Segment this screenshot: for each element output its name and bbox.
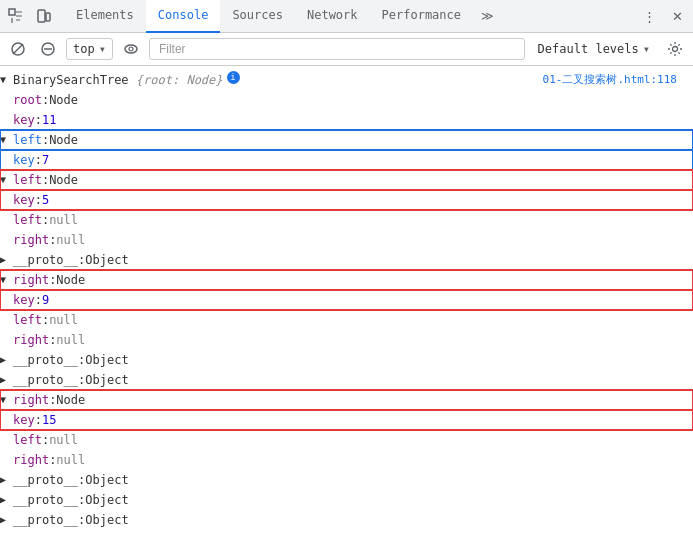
tab-end-icons: ⋮ ✕ <box>637 4 689 28</box>
prop-right-null-2[interactable]: right: null <box>0 330 693 350</box>
right-15-toggle[interactable] <box>0 391 12 409</box>
proto-toggle[interactable] <box>0 371 12 389</box>
proto-toggle[interactable] <box>0 511 12 529</box>
prop-left-null-3[interactable]: left: null <box>0 430 693 450</box>
tab-console[interactable]: Console <box>146 0 221 33</box>
svg-rect-1 <box>38 10 45 22</box>
proto-6[interactable]: __proto__: Object <box>0 510 693 530</box>
left-toggle[interactable] <box>0 131 12 149</box>
eye-button[interactable] <box>119 37 143 61</box>
context-selector[interactable]: top ▾ <box>66 38 113 60</box>
devtools-menu-button[interactable]: ⋮ <box>637 4 661 28</box>
svg-point-7 <box>125 45 137 53</box>
tab-performance[interactable]: Performance <box>370 0 473 33</box>
svg-rect-0 <box>9 9 15 15</box>
console-toolbar: top ▾ Default levels ▾ <box>0 33 693 66</box>
settings-button[interactable] <box>663 37 687 61</box>
prop-left-node-l7[interactable]: left: Node <box>0 130 693 150</box>
default-levels-chevron: ▾ <box>643 42 650 56</box>
svg-point-8 <box>129 47 133 51</box>
right-9-toggle[interactable] <box>0 271 12 289</box>
prop-key-5[interactable]: key: 5 <box>0 190 693 210</box>
devtools-tabs: Elements Console Sources Network Perform… <box>0 0 693 33</box>
filter-input[interactable] <box>154 38 520 60</box>
proto-toggle[interactable] <box>0 251 12 269</box>
file-link[interactable]: 01-二叉搜索树.html:118 <box>543 71 685 89</box>
svg-line-4 <box>13 44 23 54</box>
svg-rect-2 <box>46 13 50 21</box>
prop-left-node-l5[interactable]: left: Node <box>0 170 693 190</box>
ban-button[interactable] <box>36 37 60 61</box>
root-meta: {root: Node} <box>136 71 223 89</box>
root-toggle[interactable] <box>0 71 12 89</box>
proto-2[interactable]: __proto__: Object <box>0 350 693 370</box>
prop-right-null-3[interactable]: right: null <box>0 450 693 470</box>
clear-console-button[interactable] <box>6 37 30 61</box>
prop-key-11[interactable]: key: 11 <box>0 110 693 130</box>
proto-1[interactable]: __proto__: Object <box>0 250 693 270</box>
root-class-label: BinarySearchTree <box>13 71 136 89</box>
proto-toggle[interactable] <box>0 351 12 369</box>
tab-icons <box>4 4 56 28</box>
prop-left-null-2[interactable]: left: null <box>0 310 693 330</box>
proto-4[interactable]: __proto__: Object <box>0 470 693 490</box>
more-tabs-button[interactable]: ≫ <box>473 0 502 33</box>
context-value: top <box>73 42 95 56</box>
prop-key-9[interactable]: key: 9 <box>0 290 693 310</box>
prop-key-15[interactable]: key: 15 <box>0 410 693 430</box>
inspect-icon[interactable] <box>4 4 28 28</box>
proto-3[interactable]: __proto__: Object <box>0 370 693 390</box>
proto-5[interactable]: __proto__: Object <box>0 490 693 510</box>
info-icon[interactable]: i <box>227 71 240 84</box>
prop-right-node-l9[interactable]: right: Node <box>0 270 693 290</box>
prop-key-7[interactable]: key: 7 <box>0 150 693 170</box>
device-icon[interactable] <box>32 4 56 28</box>
proto-toggle[interactable] <box>0 491 12 509</box>
context-dropdown-icon: ▾ <box>99 42 106 56</box>
close-devtools-button[interactable]: ✕ <box>665 4 689 28</box>
left-5-toggle[interactable] <box>0 171 12 189</box>
prop-right-null-1[interactable]: right: null <box>0 230 693 250</box>
tab-sources[interactable]: Sources <box>220 0 295 33</box>
tab-elements[interactable]: Elements <box>64 0 146 33</box>
prop-root[interactable]: root: Node <box>0 90 693 110</box>
prop-left-null-1[interactable]: left: null <box>0 210 693 230</box>
proto-toggle[interactable] <box>0 471 12 489</box>
prop-right-node-l15[interactable]: right: Node <box>0 390 693 410</box>
filter-area <box>149 38 525 60</box>
tab-network[interactable]: Network <box>295 0 370 33</box>
console-content: BinarySearchTree {root: Node} i 01-二叉搜索树… <box>0 66 693 537</box>
default-levels-button[interactable]: Default levels ▾ <box>531 38 657 60</box>
svg-point-9 <box>673 47 678 52</box>
root-object-row[interactable]: BinarySearchTree {root: Node} i 01-二叉搜索树… <box>0 70 693 90</box>
